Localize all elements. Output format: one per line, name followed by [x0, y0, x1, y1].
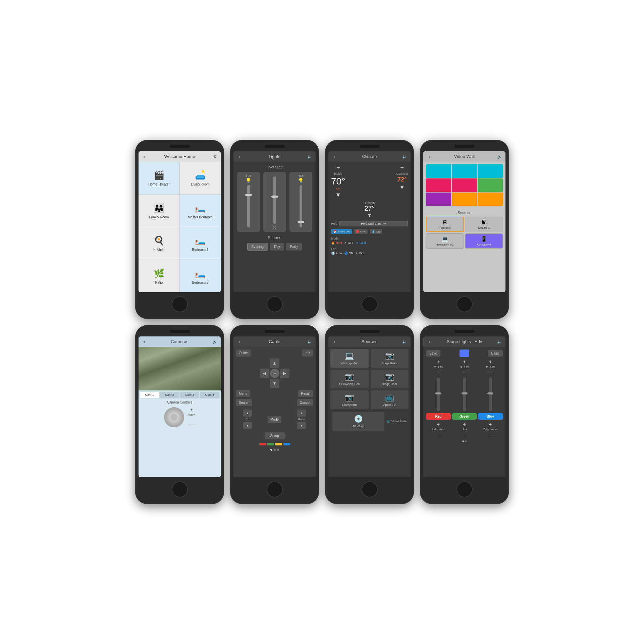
- fan-circ-btn[interactable]: ✳ Circ: [355, 252, 364, 255]
- b-track[interactable]: [489, 378, 492, 411]
- blue-btn[interactable]: Blue: [478, 413, 503, 420]
- fan-on-btn[interactable]: 🌀 ON: [344, 252, 354, 255]
- source-stage-rear[interactable]: 📷 Stage Rear: [371, 370, 409, 388]
- cam-wheel-ring[interactable]: [164, 407, 184, 427]
- b-plus-btn[interactable]: +: [489, 359, 492, 365]
- mode-btn[interactable]: Mode: [268, 416, 281, 423]
- basic-btn[interactable]: Basic: [488, 350, 503, 357]
- color-yellow[interactable]: [275, 443, 282, 445]
- back-icon[interactable]: ‹: [237, 154, 242, 159]
- zoom-in-btn[interactable]: +: [190, 407, 193, 412]
- off-mode-btn[interactable]: ✕ OFF: [344, 241, 354, 245]
- video-cell-3[interactable]: [426, 178, 451, 192]
- cool-up-btn[interactable]: +: [400, 164, 404, 171]
- guide-btn[interactable]: Guide: [236, 350, 251, 357]
- hue-minus-btn[interactable]: —: [462, 432, 467, 437]
- heat-mode-btn[interactable]: 🔥 Heat: [331, 241, 342, 245]
- room-living-room[interactable]: 🛋️ Living Room: [180, 162, 221, 194]
- video-cell-7[interactable]: [452, 193, 477, 206]
- fan-auto-btn[interactable]: 💨 Auto: [331, 252, 342, 255]
- slider-track-off[interactable]: [300, 185, 302, 227]
- r-thumb[interactable]: [435, 392, 441, 394]
- source-ad-platform[interactable]: 📱 Ad Platform: [465, 233, 503, 249]
- dpad-left-btn[interactable]: ◀: [260, 369, 269, 378]
- dpad-up-btn[interactable]: ▲: [270, 359, 279, 368]
- green-btn[interactable]: Green: [452, 413, 477, 420]
- cool-mode-btn[interactable]: ❄ Cool: [356, 241, 366, 245]
- color-blue[interactable]: [283, 443, 290, 445]
- video-cell-0[interactable]: [426, 164, 451, 178]
- settings-icon[interactable]: ⚙: [212, 154, 217, 159]
- cam-tab-1[interactable]: Cam 1: [140, 392, 159, 398]
- back-icon[interactable]: ‹: [427, 339, 432, 344]
- slider-thumb-off[interactable]: [298, 221, 304, 223]
- source-classroom[interactable]: 📷 Classroom: [330, 390, 369, 409]
- b-minus-btn[interactable]: —: [488, 370, 493, 376]
- cam-tab-3[interactable]: Cam 3: [180, 392, 200, 398]
- sound-icon[interactable]: 🔈: [307, 339, 312, 344]
- back-icon[interactable]: ‹: [332, 154, 337, 159]
- video-mute-btn[interactable]: 📺 Video Mute: [386, 420, 407, 423]
- sat-minus-btn[interactable]: —: [436, 432, 441, 437]
- g-minus-btn[interactable]: —: [462, 370, 467, 376]
- recall-btn[interactable]: Recall: [298, 390, 313, 397]
- source-bluray[interactable]: 💿 Blu-Ray: [332, 412, 384, 431]
- source-satellite[interactable]: 📽 Satellite 1: [465, 217, 503, 232]
- scene-btn-day[interactable]: Day: [270, 243, 284, 251]
- back-icon[interactable]: ‹: [142, 339, 147, 344]
- b-thumb[interactable]: [487, 392, 493, 394]
- color-red[interactable]: [259, 443, 266, 445]
- camera-wheel[interactable]: [164, 407, 184, 427]
- room-bedroom1[interactable]: 🛏️ Bedroom 1: [180, 227, 221, 260]
- inside-down-btn[interactable]: ▼: [335, 192, 341, 199]
- back-icon[interactable]: ‹: [237, 339, 242, 344]
- sched-on-btn[interactable]: ⏰ Sched ON: [331, 229, 352, 234]
- sound-icon[interactable]: 🔈: [402, 339, 407, 344]
- bright-minus-btn[interactable]: —: [488, 432, 493, 437]
- source-apple-tv[interactable]: 📺 Apple TV: [371, 390, 409, 409]
- source-flight-info[interactable]: 🖥 Flight Info: [426, 217, 464, 232]
- source-stage-front[interactable]: 📷 Stage Front: [371, 349, 409, 368]
- video-cell-1[interactable]: [452, 164, 477, 178]
- dpad-right-btn[interactable]: ▶: [280, 369, 289, 378]
- g-thumb[interactable]: [462, 392, 468, 394]
- source-worship-mac[interactable]: 💻 Worship Mac: [330, 349, 369, 368]
- sat-plus-btn[interactable]: +: [437, 422, 440, 427]
- room-master-bedroom[interactable]: 🛏️ Master Bedroom: [180, 195, 221, 227]
- back-icon[interactable]: ‹: [427, 154, 432, 159]
- slider-thumb-main[interactable]: [271, 196, 278, 198]
- page-down-btn[interactable]: ▼: [297, 422, 306, 429]
- dpad-ok-btn[interactable]: OK: [270, 369, 279, 378]
- sound-icon[interactable]: 🔈: [497, 339, 502, 344]
- cancel-btn[interactable]: Cancel: [297, 399, 313, 406]
- source-notification-pc[interactable]: 💻 Notification PC: [426, 233, 464, 249]
- r-track[interactable]: [437, 378, 440, 411]
- cam-wheel-center[interactable]: [171, 414, 177, 421]
- video-cell-6[interactable]: [426, 193, 451, 206]
- color-green[interactable]: [267, 443, 274, 445]
- sound-icon[interactable]: 🔈: [212, 339, 217, 344]
- room-bedroom2[interactable]: 🛏️ Bedroom 2: [180, 260, 221, 292]
- sound-icon[interactable]: 🔈: [497, 154, 502, 159]
- menu-btn[interactable]: Menu: [236, 390, 250, 397]
- video-cell-5[interactable]: [478, 178, 503, 192]
- cool-down-btn[interactable]: ▼: [399, 184, 405, 191]
- source-fellowship-hall[interactable]: 📷 Fellowship Hall: [330, 370, 369, 388]
- g-track[interactable]: [463, 378, 466, 411]
- video-cell-8[interactable]: [478, 193, 503, 206]
- back-icon[interactable]: ‹: [142, 154, 147, 159]
- humidity-down-btn[interactable]: ▼: [367, 213, 372, 218]
- setup-btn[interactable]: Setup: [265, 432, 285, 439]
- dpad-down-btn[interactable]: ▼: [270, 379, 279, 388]
- info-btn[interactable]: Info: [302, 350, 313, 357]
- off-btn[interactable]: 🔴 OFF: [354, 229, 368, 234]
- r-plus-btn[interactable]: +: [437, 359, 440, 365]
- room-home-theater[interactable]: 🎬 Home Theater: [139, 162, 179, 194]
- search-btn[interactable]: Search: [236, 399, 252, 406]
- sound-icon[interactable]: 🔈: [307, 154, 312, 159]
- cam-tab-4[interactable]: Cam 4: [200, 392, 219, 398]
- ch-up-btn[interactable]: ▲: [243, 410, 252, 417]
- slider-thumb-on[interactable]: [245, 194, 252, 196]
- room-kitchen[interactable]: 🍳 Kitchen: [139, 227, 179, 260]
- page-up-btn[interactable]: ▲: [297, 410, 306, 417]
